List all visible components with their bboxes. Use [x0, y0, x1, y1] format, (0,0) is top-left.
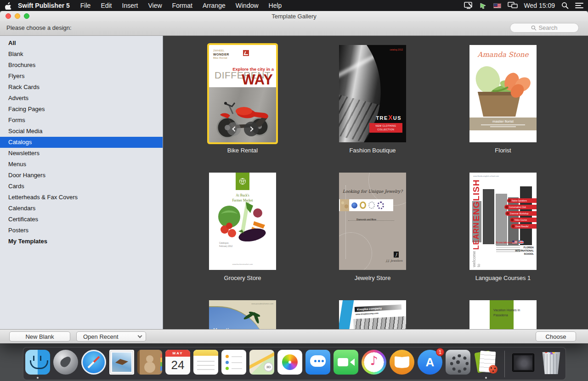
- template-label: Grocery Store: [206, 275, 279, 281]
- menubar-clock[interactable]: Wed 15:09: [524, 2, 555, 9]
- sidebar-item-brochures[interactable]: Brochures: [0, 60, 163, 71]
- knopka-brand: Knopka company: [355, 304, 401, 312]
- vegetables-photo: [214, 201, 271, 241]
- sidebar-item-certificates[interactable]: Certificates: [0, 214, 163, 225]
- menu-arrange[interactable]: Arrange: [198, 2, 231, 9]
- sidebar-item-flyers[interactable]: Flyers: [0, 71, 163, 82]
- menu-format[interactable]: Format: [167, 2, 198, 9]
- template-card-language-courses[interactable]: www.florida-english-school.com welcome t…: [469, 173, 537, 270]
- dock-reminders[interactable]: [220, 349, 247, 379]
- launchpad-icon: [53, 350, 78, 375]
- dock-calendar[interactable]: MAY24: [164, 349, 191, 379]
- calendar-icon: MAY24: [165, 350, 190, 375]
- mail-icon: [109, 350, 134, 375]
- template-card-bike-rental[interactable]: 2WHEEL WONDER Bike Rental Explore the ci…: [209, 45, 276, 142]
- displays-icon[interactable]: [508, 2, 518, 9]
- sidebar-item-social-media[interactable]: Social Media: [0, 126, 163, 137]
- dock-trash[interactable]: [538, 349, 565, 379]
- sysprefs-icon: [446, 350, 470, 375]
- address-line: [481, 124, 525, 125]
- dock-sysprefs[interactable]: [445, 349, 471, 379]
- dock-ibooks[interactable]: [389, 349, 415, 379]
- pointer-tool-icon[interactable]: [480, 2, 487, 9]
- blue-stripe: nt cent: [339, 300, 354, 329]
- sidebar-item-adverts[interactable]: Adverts: [0, 93, 163, 104]
- sidebar-item-cards[interactable]: Cards: [0, 181, 163, 192]
- dock-appstore[interactable]: 1: [417, 349, 443, 379]
- sidebar-item-rack-cards[interactable]: Rack Cards: [0, 82, 163, 93]
- flags: [512, 241, 524, 244]
- new-blank-button[interactable]: New Blank: [9, 331, 70, 342]
- running-indicator: [37, 377, 39, 379]
- motorcycle-photo: [209, 87, 276, 142]
- screen-share-icon[interactable]: [464, 2, 473, 9]
- language-lead: Ex usu tale noster.: [496, 241, 514, 244]
- template-label: Language Courses 1: [466, 275, 540, 281]
- sidebar-item-catalogs[interactable]: Catalogs: [0, 137, 163, 148]
- template-card-jewelry-store[interactable]: Looking for Unique Jewelry? Diamonds and…: [339, 173, 406, 270]
- dock-launchpad[interactable]: [52, 349, 79, 379]
- sidebar-item-all[interactable]: All: [0, 38, 163, 49]
- sidebar-item-forms[interactable]: Forms: [0, 115, 163, 126]
- sidebar-item-letterheads-fax-covers[interactable]: Letterheads & Fax Covers: [0, 192, 163, 203]
- dock-mail[interactable]: [108, 349, 135, 379]
- vacation-homes-title: Vacation Homes in Pasadena: [493, 308, 529, 318]
- dock-maps[interactable]: 3D: [249, 349, 275, 379]
- input-source-flag-icon[interactable]: [493, 3, 501, 8]
- dock-swiftpub[interactable]: [473, 349, 499, 379]
- dock-contacts[interactable]: [136, 349, 163, 379]
- person-silhouette: [483, 189, 494, 244]
- sidebar-item-newsletters[interactable]: Newsletters: [0, 148, 163, 159]
- dock-facetime[interactable]: [333, 349, 359, 379]
- dock-finder[interactable]: [24, 349, 51, 379]
- gold-bracelet: [360, 202, 366, 209]
- dock-messages[interactable]: [305, 349, 331, 379]
- sidebar-item-door-hangers[interactable]: Door Hangers: [0, 170, 163, 181]
- next-page-button[interactable]: [244, 122, 259, 136]
- template-card-grocery-store[interactable]: At Buck's Farmer Market: [209, 173, 276, 270]
- choose-button[interactable]: Choose: [536, 331, 576, 342]
- chevron-right-icon: [248, 126, 253, 131]
- sidebar-item-calendars[interactable]: Calendars: [0, 203, 163, 214]
- bead-bracelet: [377, 202, 384, 209]
- menu-view[interactable]: View: [143, 2, 167, 9]
- apple-menu-icon[interactable]: [5, 2, 11, 10]
- sidebar-item-blank[interactable]: Blank: [0, 49, 163, 60]
- vacation-url: www.pasadenahomes.com: [251, 303, 273, 305]
- menu-edit[interactable]: Edit: [96, 2, 117, 9]
- sidebar-item-menus[interactable]: Menus: [0, 159, 163, 170]
- template-card-florist[interactable]: Amanda Stone master florist: [469, 45, 537, 142]
- menubar-menus: FileEditInsertViewFormatArrangeWindowHel…: [75, 2, 287, 9]
- prev-page-button[interactable]: [227, 122, 241, 136]
- window-title: Template Gallery: [0, 13, 588, 20]
- template-card-fashion-boutique[interactable]: catalog 2012 TREXUS NEW CLOTHING COLLECT…: [339, 45, 406, 142]
- search-input[interactable]: Search: [510, 23, 579, 33]
- dock-notes[interactable]: [192, 349, 219, 379]
- dock-minwindow[interactable]: [510, 349, 537, 379]
- dock-safari[interactable]: [80, 349, 107, 379]
- window-titlebar[interactable]: Template Gallery: [0, 11, 588, 21]
- notification-center-icon[interactable]: [575, 2, 583, 9]
- menu-file[interactable]: File: [75, 2, 96, 9]
- grocery-url: www.buckersmarket.com: [209, 263, 276, 265]
- menubar-app-name[interactable]: Swift Publisher 5: [17, 2, 75, 9]
- sidebar-item-posters[interactable]: Posters: [0, 225, 163, 236]
- menu-window[interactable]: Window: [231, 2, 264, 9]
- dock-photos[interactable]: [277, 349, 303, 379]
- template-card-vacation-homes[interactable]: Vacation Homes in Pasadena: [469, 300, 537, 329]
- sidebar: AllBlankBrochuresFlyersRack CardsAdverts…: [0, 36, 163, 329]
- dock-itunes[interactable]: [361, 349, 387, 379]
- pattern-tile: [340, 199, 349, 211]
- spotlight-icon[interactable]: [561, 2, 569, 9]
- silver-chain: [368, 202, 375, 209]
- sidebar-item-my-templates[interactable]: My Templates: [0, 236, 163, 247]
- template-card-vacation[interactable]: www.pasadenahomes.com Vacation: [209, 300, 276, 329]
- menu-insert[interactable]: Insert: [117, 2, 143, 9]
- open-recent-dropdown[interactable]: Open Recent: [76, 331, 146, 342]
- template-card-knopka[interactable]: nt cent Knopka company www.knopkacomp.co…: [339, 300, 406, 329]
- knopka-url: www.knopkacomp.com: [356, 312, 379, 316]
- menu-help[interactable]: Help: [264, 2, 287, 9]
- sidebar-item-facing-pages[interactable]: Facing Pages: [0, 104, 163, 115]
- fashion-corner-text: catalog 2012: [390, 48, 403, 51]
- bike-rental-logo: 2WHEEL WONDER Bike Rental: [213, 49, 229, 60]
